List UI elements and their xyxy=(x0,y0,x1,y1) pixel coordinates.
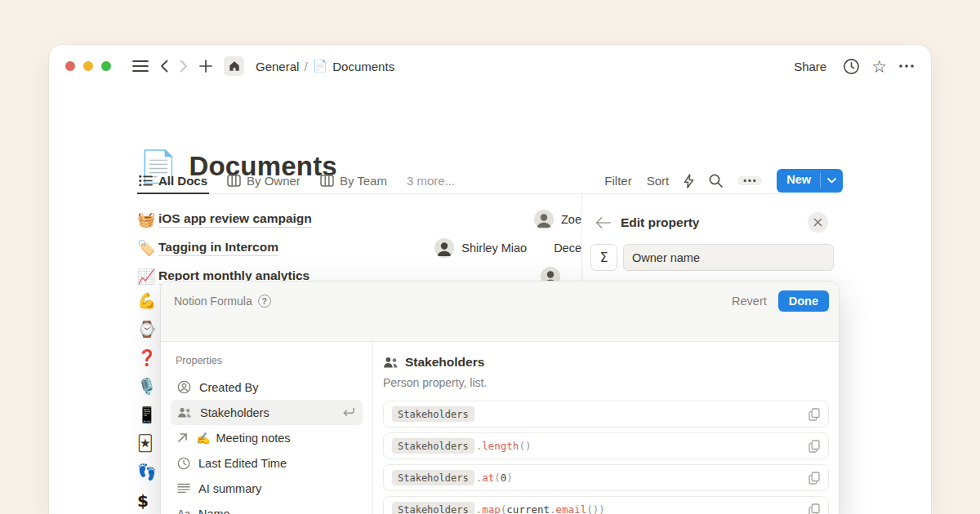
revert-button[interactable]: Revert xyxy=(732,295,767,308)
table-row[interactable]: 🏷️ Tagging in Intercom Shirley Miao Dece xyxy=(137,233,581,262)
board-view-icon xyxy=(227,175,241,187)
property-token: Stakeholders xyxy=(392,406,474,422)
row-emoji-icon: 📈 xyxy=(137,268,158,286)
clock-icon xyxy=(177,457,190,470)
hidden-row-emojis: 💪 ⌚ ❓ 🎙️ 📱 🃏 👣 $ xyxy=(137,286,162,514)
snippet-code: .map(current.email()) xyxy=(476,503,605,514)
minimize-window-button[interactable] xyxy=(83,61,93,71)
row-emoji-icon: ⌚ xyxy=(137,315,162,343)
sort-button[interactable]: Sort xyxy=(647,174,670,188)
traffic-lights xyxy=(65,61,111,71)
sidebar-item-last-edited-time[interactable]: Last Edited Time xyxy=(171,450,363,476)
arrow-up-right-icon xyxy=(177,432,188,443)
row-emoji-icon: 🧺 xyxy=(137,210,158,228)
more-options-icon[interactable] xyxy=(898,64,915,69)
tab-by-owner[interactable]: By Owner xyxy=(227,167,301,194)
breadcrumb-page[interactable]: Documents xyxy=(332,60,394,73)
detail-title: Stakeholders xyxy=(405,355,484,370)
close-window-button[interactable] xyxy=(65,61,75,71)
new-dropdown-chevron-icon[interactable] xyxy=(821,169,843,193)
new-page-icon[interactable] xyxy=(199,60,212,73)
popup-title: Notion Formula xyxy=(174,295,252,308)
formula-type-icon[interactable]: Σ xyxy=(590,244,617,271)
property-token: Stakeholders xyxy=(392,502,474,514)
property-token: Stakeholders xyxy=(392,438,474,454)
zoom-window-button[interactable] xyxy=(101,61,111,71)
panel-back-icon[interactable] xyxy=(595,217,611,228)
formula-property-detail: Stakeholders Person property, list. Stak… xyxy=(373,342,839,514)
filter-button[interactable]: Filter xyxy=(604,174,631,188)
history-clock-icon[interactable] xyxy=(843,58,860,75)
snippet-code: .at(0) xyxy=(476,472,513,484)
back-icon[interactable] xyxy=(160,60,168,73)
forward-icon[interactable] xyxy=(180,60,188,73)
new-button[interactable]: New xyxy=(777,169,843,193)
panel-title: Edit property xyxy=(621,215,699,230)
row-emoji-icon: 📱 xyxy=(137,401,162,429)
document-list: 🧺 iOS app review campaign Zoe 🏷️ Tagging… xyxy=(137,205,581,290)
writing-hand-emoji-icon: ✍️ xyxy=(196,432,210,445)
done-button[interactable]: Done xyxy=(778,290,829,312)
tab-all-docs[interactable]: All Docs xyxy=(139,167,207,194)
view-options-icon[interactable] xyxy=(737,176,762,185)
automation-bolt-icon[interactable] xyxy=(684,174,694,188)
row-title[interactable]: iOS app review campaign xyxy=(158,211,312,228)
close-icon[interactable] xyxy=(808,212,828,233)
sidebar-item-created-by[interactable]: Created By xyxy=(171,374,363,400)
row-date: Dece xyxy=(554,241,581,255)
sidebar-item-name[interactable]: Aa Name xyxy=(171,501,363,514)
view-toolbar: Filter Sort New xyxy=(604,169,843,193)
property-name-input[interactable] xyxy=(623,244,834,271)
row-person: Shirley Miao xyxy=(461,241,527,255)
row-person: Zoe xyxy=(561,213,581,226)
formula-editor-popup: Notion Formula ? Revert Done Properties … xyxy=(160,281,840,514)
enter-return-icon xyxy=(341,406,356,419)
row-title[interactable]: Tagging in Intercom xyxy=(158,240,278,256)
property-token: Stakeholders xyxy=(392,470,474,485)
formula-properties-sidebar: Properties Created By Stakeholders ✍️ Me… xyxy=(161,342,373,514)
breadcrumb-separator: / xyxy=(304,60,307,73)
text-lines-icon xyxy=(177,483,190,494)
sidebar-item-meeting-notes[interactable]: ✍️ Meeting notes xyxy=(171,425,363,450)
detail-subtitle: Person property, list. xyxy=(383,376,829,389)
breadcrumb-root[interactable]: General xyxy=(256,60,299,73)
table-row[interactable]: 🧺 iOS app review campaign Zoe xyxy=(137,205,581,233)
avatar xyxy=(534,210,554,229)
formula-snippet[interactable]: Stakeholders .at(0) xyxy=(383,464,829,491)
board-view-icon xyxy=(320,175,334,187)
help-icon[interactable]: ? xyxy=(258,295,271,308)
topbar: General / 📄 Documents Share ☆ xyxy=(49,45,931,87)
people-icon xyxy=(383,357,399,369)
copy-icon[interactable] xyxy=(808,408,820,421)
copy-icon[interactable] xyxy=(808,503,820,514)
avatar xyxy=(434,238,454,258)
formula-snippet[interactable]: Stakeholders xyxy=(383,401,829,428)
sidebar-toggle-icon[interactable] xyxy=(132,60,149,73)
row-emoji-icon: 🎙️ xyxy=(137,372,162,401)
app-window: General / 📄 Documents Share ☆ 📄 Document… xyxy=(49,45,931,514)
row-emoji-icon: 💪 xyxy=(137,286,162,315)
list-view-icon xyxy=(139,175,153,187)
sidebar-item-stakeholders[interactable]: Stakeholders xyxy=(171,400,363,425)
document-emoji-icon: 📄 xyxy=(313,59,328,73)
row-emoji-icon: 👣 xyxy=(137,458,162,486)
copy-icon[interactable] xyxy=(808,440,820,453)
share-button[interactable]: Share xyxy=(794,60,826,73)
tab-by-team[interactable]: By Team xyxy=(320,167,387,194)
formula-snippet[interactable]: Stakeholders .length() xyxy=(383,432,829,459)
sidebar-item-ai-summary[interactable]: AI summary xyxy=(171,476,363,501)
formula-input-area[interactable]: Notion Formula ? Revert Done xyxy=(161,281,839,342)
search-icon[interactable] xyxy=(709,174,723,188)
properties-section-label: Properties xyxy=(171,355,363,366)
people-icon xyxy=(177,407,192,419)
formula-snippet[interactable]: Stakeholders .map(current.email()) xyxy=(383,496,829,514)
home-icon[interactable] xyxy=(224,56,244,76)
tab-more-views[interactable]: 3 more... xyxy=(407,167,455,194)
person-circle-icon xyxy=(177,380,191,394)
copy-icon[interactable] xyxy=(808,472,820,485)
row-emoji-icon: $ xyxy=(137,486,162,514)
row-emoji-icon: ❓ xyxy=(137,343,162,372)
snippet-code: .length() xyxy=(476,440,532,452)
favorite-star-icon[interactable]: ☆ xyxy=(871,58,887,75)
breadcrumb: General / 📄 Documents xyxy=(256,59,394,73)
